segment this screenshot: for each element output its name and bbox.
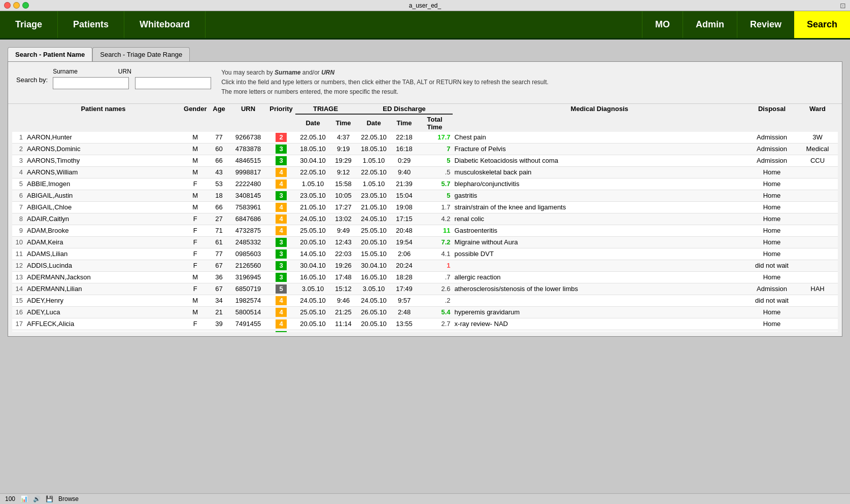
ed-time: 2:48	[392, 306, 417, 318]
table-row[interactable]: 12 ADDIS,Lucinda F 67 2126560 3 30.04.10…	[12, 260, 838, 271]
tab-bar: Search - Patient Name Search - Triage Da…	[8, 47, 842, 61]
th-patient-names: Patient names	[25, 104, 182, 114]
minimize-button[interactable]	[13, 2, 20, 9]
ward	[797, 213, 838, 225]
table-row[interactable]: 2 AARONS,Dominic M 60 4783878 3 18.05.10…	[12, 143, 838, 155]
ward	[797, 318, 838, 330]
table-row[interactable]: 16 ADEY,Luca M 21 5800514 4 25.05.10 21:…	[12, 306, 838, 318]
disposal: Home	[746, 178, 797, 190]
diagnosis: Chest pain	[453, 132, 746, 143]
ward: Medical	[797, 143, 838, 155]
patient-gender: F	[182, 236, 209, 248]
patient-name: AARON,Hunter	[25, 132, 182, 143]
ed-time: 20:48	[392, 225, 417, 236]
tab-search-patient-name[interactable]: Search - Patient Name	[8, 47, 92, 61]
priority-badge: 4	[276, 179, 287, 189]
priority-badge: 4	[276, 203, 287, 212]
ward	[797, 225, 838, 236]
priority-badge: 4	[276, 226, 287, 235]
urn-label: URN	[118, 68, 131, 75]
nav-mo[interactable]: MO	[642, 11, 683, 38]
table-row[interactable]: 8 ADAIR,Caitlyn F 27 6847686 4 24.05.10 …	[12, 213, 838, 225]
tab-search-triage-date-range[interactable]: Search - Triage Date Range	[92, 47, 190, 61]
ed-time: 18:28	[392, 271, 417, 283]
disposal: Home	[746, 318, 797, 330]
table-row[interactable]: 11 ADAMS,Lilian F 77 0985603 3 14.05.10 …	[12, 248, 838, 260]
table-row[interactable]: 7 ABIGAIL,Chloe M 66 7583961 4 21.05.10 …	[12, 201, 838, 213]
table-row[interactable]: 14 ADERMANN,Lilian F 67 6850719 5 3.05.1…	[12, 283, 838, 295]
patient-urn: 4846515	[229, 155, 267, 166]
patient-urn: 9266738	[229, 132, 267, 143]
triage-date: 24.05.10	[295, 213, 331, 225]
th-ed-date: Date	[356, 114, 392, 132]
ed-time: 0:29	[392, 155, 417, 166]
table-row[interactable]: 6 ABIGAIL,Austin M 18 3408145 3 23.05.10…	[12, 190, 838, 201]
disposal: Home	[746, 166, 797, 178]
priority-cell: 4	[267, 295, 295, 306]
table-row[interactable]: 1 AARON,Hunter M 77 9266738 2 22.05.10 4…	[12, 132, 838, 143]
priority-cell: 3	[267, 260, 295, 271]
ed-time: 2:06	[392, 248, 417, 260]
nav-patients[interactable]: Patients	[58, 11, 124, 38]
patient-gender: M	[182, 295, 209, 306]
patient-age: 60	[209, 143, 229, 155]
triage-time: 9:49	[331, 225, 356, 236]
patient-urn: 5800514	[229, 306, 267, 318]
urn-input[interactable]	[135, 77, 211, 89]
ed-time: 22:18	[392, 132, 417, 143]
priority-badge: 3	[276, 273, 287, 282]
nav-search[interactable]: Search	[794, 11, 850, 38]
disposal: Home	[746, 190, 797, 201]
table-row[interactable]: 17 AFFLECK,Alicia F 39 7491455 4 20.05.1…	[12, 318, 838, 330]
surname-input[interactable]	[53, 77, 129, 89]
disposal: Home	[746, 225, 797, 236]
triage-date: 21.05.10	[295, 201, 331, 213]
nav-whiteboard[interactable]: Whiteboard	[124, 11, 206, 38]
patient-name: AARONS,Dominic	[25, 143, 182, 155]
nav-review[interactable]: Review	[737, 11, 794, 38]
total-time: 2.6	[417, 283, 453, 295]
table-row[interactable]: 9 ADAM,Brooke F 71 4732875 4 25.05.10 9:…	[12, 225, 838, 236]
table-row[interactable]: 10 ADAM,Keira F 61 2485332 3 20.05.10 12…	[12, 236, 838, 248]
patient-gender: F	[182, 318, 209, 330]
priority-cell: 4	[267, 166, 295, 178]
table-row[interactable]: 15 ADEY,Henry M 34 1982574 4 24.05.10 9:…	[12, 295, 838, 306]
ed-date: 1.05.10	[356, 178, 392, 190]
patient-urn: 4732875	[229, 225, 267, 236]
disposal: did not wait	[746, 295, 797, 306]
table-row[interactable]: 4 AARONS,William M 43 9998817 4 22.05.10…	[12, 166, 838, 178]
table-row[interactable]: 13 ADERMANN,Jackson M 36 3196945 3 16.05…	[12, 271, 838, 283]
table-wrapper[interactable]: Patient names Gender Age URN	[12, 104, 838, 332]
patient-age: 67	[209, 283, 229, 295]
disposal: Admission	[746, 155, 797, 166]
ed-date: 24.05.10	[356, 295, 392, 306]
patient-age: 18	[209, 190, 229, 201]
ed-date: 16.05.10	[356, 271, 392, 283]
th-disposal: Disposal	[746, 104, 797, 114]
ward	[797, 178, 838, 190]
ward	[797, 330, 838, 332]
ed-date: 18.05.10	[356, 143, 392, 155]
ed-date: 22.05.10	[356, 132, 392, 143]
nav-triage[interactable]: Triage	[0, 11, 58, 38]
table-row[interactable]: 3 AARONS,Timothy M 66 4846515 3 30.04.10…	[12, 155, 838, 166]
patient-gender: F	[182, 225, 209, 236]
close-button[interactable]	[4, 2, 11, 9]
table-row[interactable]: 5 ABBIE,Imogen F 53 2222480 4 1.05.10 15…	[12, 178, 838, 190]
resize-icon[interactable]: ⊡	[840, 2, 846, 10]
diagnosis: Gastroenteritis	[453, 225, 746, 236]
nav-admin[interactable]: Admin	[683, 11, 737, 38]
maximize-button[interactable]	[22, 2, 29, 9]
diagnosis: strain/strain of the knee and ligaments	[453, 201, 746, 213]
priority-cell: 4	[267, 318, 295, 330]
diagnosis: atherosclerosis/stenosis of the lower li…	[453, 283, 746, 295]
zoom-level: 100	[5, 495, 15, 502]
diagnosis	[453, 295, 746, 306]
table-row[interactable]: 18 AFFLECK,Christian M 63 8519544 3 25.0…	[12, 330, 838, 332]
table-section: Patient names Gender Age URN	[8, 104, 842, 336]
row-num: 13	[12, 271, 25, 283]
triage-time: 13:02	[331, 213, 356, 225]
patient-age: 39	[209, 318, 229, 330]
row-num: 4	[12, 166, 25, 178]
row-num: 12	[12, 260, 25, 271]
